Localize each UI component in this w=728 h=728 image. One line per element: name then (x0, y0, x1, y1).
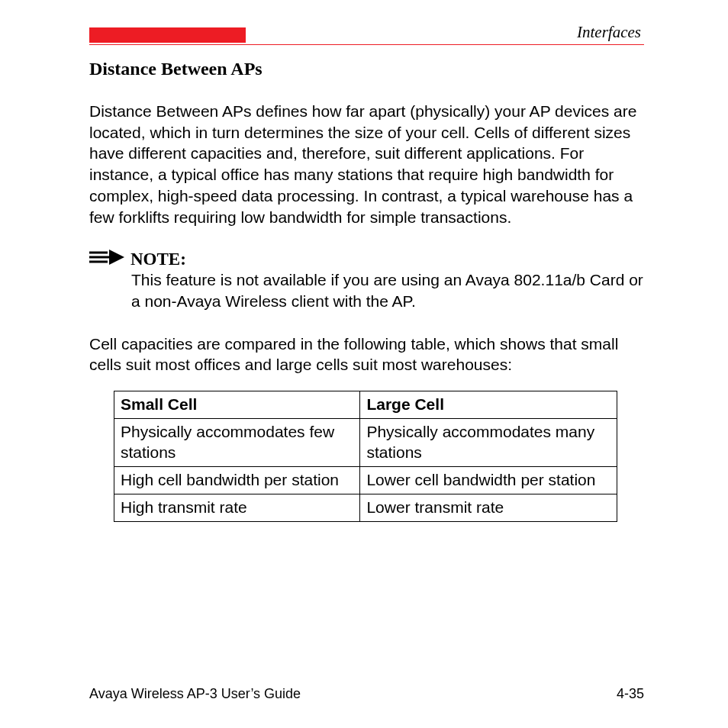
svg-marker-3 (109, 250, 124, 265)
paragraph-table-intro: Cell capacities are compared in the foll… (89, 333, 644, 375)
footer-guide-title: Avaya Wireless AP-3 User’s Guide (89, 686, 301, 702)
table-cell: Lower transmit rate (360, 494, 617, 521)
table-cell: High transmit rate (114, 494, 360, 521)
table-cell: Physically accommodates many stations (360, 419, 617, 467)
note-block: NOTE: This feature is not available if y… (89, 249, 644, 311)
table-cell: High cell bandwidth per station (114, 466, 360, 494)
note-body: This feature is not available if you are… (131, 269, 644, 311)
page-header: Interfaces (89, 23, 644, 45)
cell-comparison-table: Small Cell Large Cell Physically accommo… (114, 391, 617, 521)
paragraph-intro: Distance Between APs defines how far apa… (89, 101, 644, 227)
note-label: NOTE: (130, 250, 186, 269)
table-header-cell: Small Cell (114, 391, 360, 419)
table-cell: Physically accommodates few stations (114, 419, 360, 467)
note-arrow-icon (88, 249, 126, 269)
page-footer: Avaya Wireless AP-3 User’s Guide 4-35 (89, 686, 644, 702)
table-row: Physically accommodates few stations Phy… (114, 419, 617, 467)
header-red-bar (89, 27, 246, 43)
table-header-cell: Large Cell (360, 391, 617, 419)
table-row: High cell bandwidth per station Lower ce… (114, 466, 617, 494)
table-header-row: Small Cell Large Cell (114, 391, 617, 419)
section-name: Interfaces (577, 23, 644, 43)
footer-page-number: 4-35 (617, 686, 644, 702)
table-row: High transmit rate Lower transmit rate (114, 494, 617, 521)
table-cell: Lower cell bandwidth per station (360, 466, 617, 494)
page-heading: Distance Between APs (89, 59, 644, 79)
